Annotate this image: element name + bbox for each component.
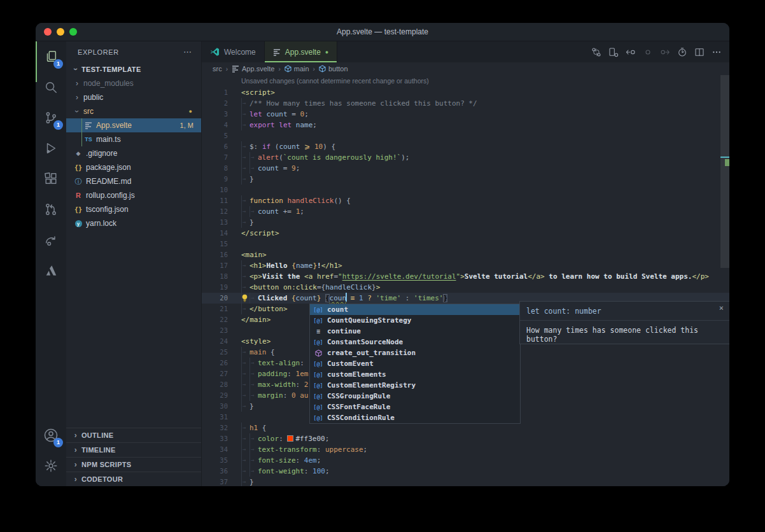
sidebar-section-outline[interactable]: ›OUTLINE (66, 428, 201, 442)
breadcrumb-item-button[interactable]: button (319, 65, 348, 73)
token-pun: ; (317, 456, 321, 465)
activity-bar-item-github-pull-requests[interactable] (36, 194, 66, 225)
suggest-item-customelementregistry[interactable]: [@]CustomElementRegistry (310, 380, 520, 391)
breadcrumb-item-src[interactable]: src (213, 65, 222, 73)
suggest-item-continue[interactable]: ≣continue (310, 326, 520, 337)
tree-item-src[interactable]: ›src● (66, 104, 201, 118)
code-line[interactable]: 19→<button on:click={handleClick}> (202, 282, 729, 293)
rollup-icon: R (74, 192, 83, 199)
activity-bar-item-live-share[interactable] (36, 225, 66, 255)
code-line[interactable]: 13→} (202, 217, 729, 228)
activity-bar-item-extensions[interactable] (36, 164, 66, 194)
code-line[interactable]: 3→let count = 0; (202, 109, 729, 120)
suggest-item-customelements[interactable]: [@]customElements (310, 369, 520, 380)
editor-scrollbar[interactable] (720, 75, 729, 486)
timeline-view-button[interactable] (675, 45, 690, 60)
next-change-button[interactable] (657, 45, 673, 60)
maximize-window-button[interactable] (69, 28, 77, 36)
token-txt: Visit the (262, 272, 304, 281)
tree-item-node-modules[interactable]: ›node_modules (66, 76, 201, 90)
activity-bar-item-settings[interactable] (36, 451, 66, 481)
line-number: 29 (202, 390, 241, 401)
tree-item-rollup-config-js[interactable]: Rrollup.config.js (66, 188, 201, 202)
code-line[interactable]: 5 (202, 130, 729, 141)
code-line[interactable]: 12→→count += 1; (202, 206, 729, 217)
code-line[interactable]: 37→} (202, 477, 729, 486)
compare-changes-button[interactable] (589, 45, 604, 60)
token-pun: = (288, 110, 300, 118)
code-line[interactable]: 16<main> (202, 249, 729, 260)
code-line[interactable]: 36→→font-weight: 100; (202, 466, 729, 477)
tree-root-test-template[interactable]: › TEST-TEMPLATE (66, 62, 201, 76)
code-line[interactable]: 15 (202, 239, 729, 249)
codelens-unsaved-changes[interactable]: Unsaved changes (cannot determine recent… (241, 77, 429, 85)
scrollbar-slider[interactable] (720, 75, 729, 268)
file-label: .gitignore (86, 149, 117, 158)
sidebar-section-codetour[interactable]: ›CODETOUR (66, 472, 201, 486)
tree-item-app-svelte[interactable]: App.svelte1, M (66, 118, 201, 132)
code-line[interactable]: 32→h1 { (202, 423, 729, 433)
token-kw2: function (249, 197, 288, 205)
more-actions-button[interactable] (709, 45, 724, 60)
suggest-item-count[interactable]: [@]count (310, 304, 520, 315)
code-line[interactable]: 2→/** How many times has someone clicked… (202, 98, 729, 109)
code-line[interactable]: 1<script> (202, 87, 729, 98)
tree-item-tsconfig-json[interactable]: {}tsconfig.json (66, 202, 201, 216)
activity-bar-item-accounts[interactable]: 1 (36, 420, 66, 451)
sidebar-section-npm-scripts[interactable]: ›NPM SCRIPTS (66, 457, 201, 472)
tree-item-readme-md[interactable]: ⓘREADME.md (66, 174, 201, 188)
tree-item--gitignore[interactable]: ◆.gitignore (66, 146, 201, 160)
activity-bar-item-azure[interactable] (36, 255, 66, 286)
activity-bar-item-run-debug[interactable] (36, 133, 66, 164)
change-indicator-button[interactable] (640, 45, 656, 60)
tree-item-public[interactable]: ›public (66, 90, 201, 104)
code-line[interactable]: 11→function handleClick() { (202, 195, 729, 206)
tree-item-main-ts[interactable]: TSmain.ts (66, 132, 201, 146)
token-pun: ; (325, 435, 330, 443)
code-editor[interactable]: Unsaved changes (cannot determine recent… (202, 75, 729, 486)
code-line[interactable]: 14</script> (202, 228, 729, 239)
token-prop: margin (258, 391, 283, 400)
code-line[interactable]: 35→→font-size: 4em; (202, 455, 729, 466)
activity-bar-item-search[interactable] (36, 72, 66, 102)
code-line[interactable]: 18→<p>Visit the <a href="https://svelte.… (202, 271, 729, 282)
code-line[interactable]: 7→→alert(`count is dangerously high!`); (202, 152, 729, 163)
activity-bar-item-source-control[interactable]: 1 (36, 102, 66, 133)
tree-item-package-json[interactable]: {}package.json (66, 160, 201, 174)
sidebar-section-timeline[interactable]: ›TIMELINE (66, 442, 201, 457)
tab-welcome[interactable]: Welcome (202, 41, 265, 62)
suggest-item-constantsourcenode[interactable]: [@]ConstantSourceNode (310, 337, 520, 347)
line-number: 16 (202, 249, 241, 260)
split-editor-button[interactable] (692, 45, 707, 60)
code-line[interactable]: 34→→text-transform: uppercase; (202, 444, 729, 455)
tree-item-yarn-lock[interactable]: yyarn.lock (66, 216, 201, 230)
code-line[interactable]: 6→$: if (count ⩾ 10) { (202, 141, 729, 152)
suggest-item-cssfontfacerule[interactable]: [@]CSSFontFaceRule (310, 402, 520, 412)
breadcrumb-item-app-svelte[interactable]: App.svelte (232, 65, 274, 73)
breadcrumb-item-main[interactable]: main (284, 65, 309, 73)
title-bar[interactable]: App.svelte — test-template (36, 23, 729, 41)
activity-bar-item-explorer[interactable]: 1 (36, 41, 66, 72)
suggest-item-countqueuingstrategy[interactable]: [@]CountQueuingStrategy (310, 315, 520, 326)
code-line[interactable]: 33→→color: #ff3e00; (202, 433, 729, 444)
lightbulb-icon[interactable] (241, 294, 248, 302)
code-line[interactable]: 8→→count = 9; (202, 163, 729, 174)
explorer-more-actions-icon[interactable]: ⋯ (183, 47, 192, 57)
token-txt: Clicked (258, 294, 291, 302)
token-pun: += (279, 207, 296, 216)
code-line[interactable]: 10 (202, 185, 729, 195)
suggest-item-cssconditionrule[interactable]: [@]CSSConditionRule (310, 412, 520, 423)
previous-change-button[interactable] (623, 45, 638, 60)
suggest-item-cssgroupingrule[interactable]: [@]CSSGroupingRule (310, 391, 520, 402)
code-line[interactable]: 17→<h1>Hello {name}!</h1> (202, 260, 729, 271)
code-line[interactable]: 9→} (202, 174, 729, 185)
suggest-item-create_out_transition[interactable]: create_out_transition (310, 347, 520, 358)
tab-app-svelte[interactable]: App.svelte● (265, 41, 337, 62)
open-changes-button[interactable] (606, 45, 621, 60)
close-icon[interactable]: × (719, 304, 724, 312)
suggest-docs-description: How many times has someone clicked this … (520, 321, 729, 349)
suggest-item-customevent[interactable]: [@]CustomEvent (310, 358, 520, 369)
minimize-window-button[interactable] (57, 28, 64, 36)
close-window-button[interactable] (44, 28, 52, 36)
code-line[interactable]: 4→export let name; (202, 120, 729, 130)
